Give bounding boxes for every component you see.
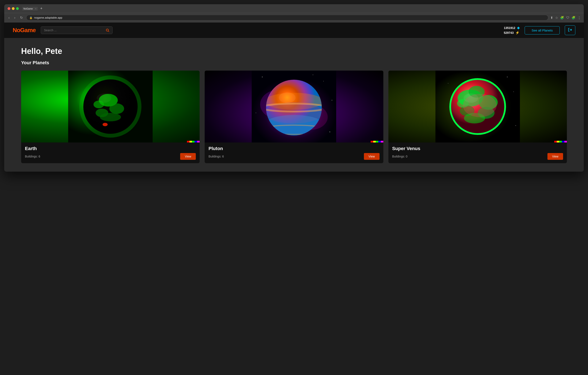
planet-image-earth — [21, 71, 200, 143]
planet-card-pluton: Pluton Buildings: 6 View — [205, 71, 383, 163]
tab-label: NoGame — [23, 7, 33, 10]
pluton-buildings: Buildings: 6 — [209, 155, 224, 158]
stat2-value: 529743 — [504, 31, 514, 34]
browser-tabs: NoGame × + — [22, 6, 580, 11]
earth-info: Earth Buildings: 6 View — [21, 143, 200, 163]
stat-row-2: 529743 ⚡ — [504, 31, 520, 35]
svg-point-23 — [329, 132, 330, 132]
bolt-icon: ⚡ — [515, 31, 520, 35]
planets-grid: Earth Buildings: 6 View — [21, 71, 567, 163]
pluton-info: Pluton Buildings: 6 View — [205, 143, 383, 163]
search-button[interactable] — [105, 28, 109, 32]
super-venus-buildings: Buildings: 0 — [392, 155, 407, 158]
search-icon — [105, 28, 109, 32]
earth-meta: Buildings: 6 View — [25, 153, 196, 160]
super-venus-meta: Buildings: 0 View — [392, 153, 563, 160]
earth-buildings: Buildings: 6 — [25, 155, 40, 158]
maximize-traffic-light[interactable] — [16, 7, 19, 10]
lock-icon: 🔒 — [29, 16, 32, 19]
menu-icon[interactable]: ⋮ — [578, 16, 581, 20]
bookmark-icon[interactable]: ☆ — [555, 16, 558, 20]
earth-color-bar — [187, 141, 200, 143]
logout-button[interactable] — [565, 25, 575, 35]
shield-icon[interactable]: 🛡 — [566, 16, 569, 20]
svg-point-13 — [97, 93, 112, 103]
planets-section-title: Your Planets — [21, 60, 567, 66]
pluton-illustration — [205, 71, 383, 143]
app-logo: NoGame — [13, 27, 36, 33]
refresh-button[interactable]: ↻ — [19, 15, 24, 20]
planet-image-super-venus — [388, 71, 567, 143]
svg-point-24 — [313, 75, 313, 75]
planet-card-earth: Earth Buildings: 6 View — [21, 71, 200, 163]
extensions-icon[interactable]: 🧩 — [560, 16, 564, 20]
earth-illustration — [21, 71, 200, 143]
svg-line-1 — [108, 31, 109, 32]
svg-point-0 — [106, 29, 109, 31]
svg-point-20 — [323, 81, 324, 81]
new-tab-button[interactable]: + — [39, 6, 44, 11]
address-bar[interactable]: 🔒 nogame.adaptable.app — [26, 15, 548, 21]
svg-point-19 — [262, 77, 262, 77]
forward-button[interactable]: › — [13, 15, 16, 20]
pluton-name: Pluton — [209, 146, 379, 151]
stats-container: 1351912 ◈ 529743 ⚡ — [504, 26, 520, 35]
pluton-color-bar — [371, 141, 383, 143]
svg-point-49 — [463, 93, 478, 103]
greeting-heading: Hello, Pete — [21, 47, 567, 56]
back-button[interactable]: ‹ — [7, 15, 11, 20]
search-input[interactable] — [44, 29, 104, 32]
super-venus-illustration — [388, 71, 567, 143]
search-container — [41, 26, 113, 34]
share-icon[interactable]: ⬆ — [550, 16, 553, 20]
svg-point-35 — [507, 77, 507, 77]
logout-icon — [568, 28, 572, 32]
svg-point-12 — [103, 123, 108, 126]
earth-view-button[interactable]: View — [180, 153, 196, 160]
active-tab[interactable]: NoGame × — [22, 7, 38, 11]
app-header: NoGame 1351912 ◈ — [4, 22, 584, 38]
svg-point-21 — [332, 100, 332, 101]
svg-point-22 — [256, 113, 256, 113]
super-venus-info: Super Venus Buildings: 0 View — [388, 143, 567, 163]
earth-name: Earth — [25, 146, 196, 151]
stat-row-1: 1351912 ◈ — [504, 26, 520, 30]
close-icon[interactable]: × — [35, 7, 36, 10]
planet-card-super-venus: Super Venus Buildings: 0 View — [388, 71, 567, 163]
planet-image-pluton — [205, 71, 383, 143]
puzzle-icon[interactable]: 🧩 — [572, 16, 576, 20]
url-text: nogame.adaptable.app — [34, 16, 62, 19]
pluton-meta: Buildings: 6 View — [209, 153, 379, 160]
super-venus-color-bar — [554, 141, 567, 143]
super-venus-name: Super Venus — [392, 146, 563, 151]
stat1-value: 1351912 — [504, 26, 515, 30]
svg-point-38 — [515, 125, 516, 126]
main-content: Hello, Pete Your Planets — [4, 38, 584, 172]
app-container: NoGame 1351912 ◈ — [4, 22, 584, 172]
svg-point-32 — [279, 92, 296, 103]
browser-toolbar: ‹ › ↻ 🔒 nogame.adaptable.app ⬆ ☆ 🧩 🛡 🧩 ⋮ — [4, 13, 584, 22]
pluton-view-button[interactable]: View — [364, 153, 379, 160]
svg-point-36 — [513, 91, 514, 92]
svg-point-10 — [100, 113, 121, 121]
close-traffic-light[interactable] — [8, 7, 10, 10]
minimize-traffic-light[interactable] — [12, 7, 15, 10]
toolbar-icons: ⬆ ☆ 🧩 🛡 🧩 ⋮ — [550, 16, 581, 20]
see-all-planets-button[interactable]: See all Planets — [525, 26, 560, 34]
svg-point-8 — [109, 103, 124, 114]
super-venus-view-button[interactable]: View — [547, 153, 563, 160]
traffic-lights — [8, 7, 19, 10]
svg-point-37 — [448, 83, 448, 84]
cube-icon: ◈ — [517, 26, 520, 30]
